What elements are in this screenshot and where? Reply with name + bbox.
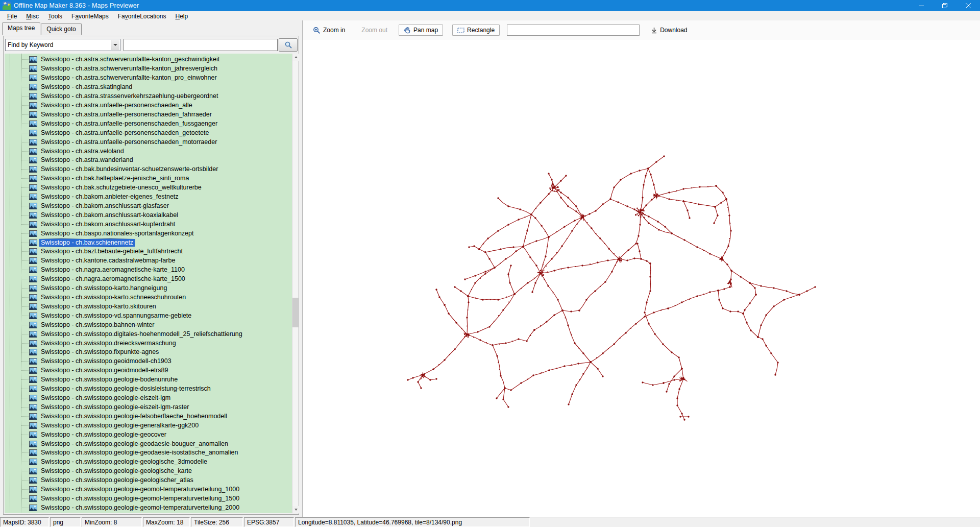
tree-item[interactable]: Swisstopo - ch.astra.unfaelle-personensc… xyxy=(5,110,292,119)
map-layer-icon xyxy=(29,505,37,511)
tree-item[interactable]: Swisstopo - ch.bakom.anbieter-eigenes_fe… xyxy=(5,193,292,202)
tree-item-label: Swisstopo - ch.astra.schwerverunfallte-k… xyxy=(39,56,221,63)
tree-item[interactable]: Swisstopo - ch.swisstopo.geologie-genera… xyxy=(5,421,292,430)
tree-item[interactable]: Swisstopo - ch.bak.halteplaetze-jenische… xyxy=(5,174,292,183)
tree-item[interactable]: Swisstopo - ch.astra.veloland xyxy=(5,147,292,156)
download-label: Download xyxy=(660,27,687,34)
tree-item[interactable]: Swisstopo - ch.swisstopo.geologie-geomol… xyxy=(5,494,292,504)
tab-quick-goto[interactable]: Quick goto xyxy=(41,23,81,35)
close-button[interactable] xyxy=(957,0,980,11)
tree-connector xyxy=(21,215,29,215)
tree-item[interactable]: Swisstopo - ch.swisstopo.geologie-bodenu… xyxy=(5,375,292,385)
tree-connector xyxy=(21,462,29,462)
tree-item[interactable]: Swisstopo - ch.astra.unfaelle-personensc… xyxy=(5,128,292,137)
tree-item[interactable]: Swisstopo - ch.swisstopo.fixpunkte-agnes xyxy=(5,348,292,357)
tree-item[interactable]: Swisstopo - ch.baspo.nationales-sportanl… xyxy=(5,229,292,238)
tree-item[interactable]: Swisstopo - ch.astra.unfaelle-personensc… xyxy=(5,101,292,110)
map-layer-icon xyxy=(29,248,37,255)
tree-item[interactable]: Swisstopo - ch.kantone.cadastralwebmap-f… xyxy=(5,256,292,266)
search-button[interactable] xyxy=(279,38,298,52)
tree-item[interactable]: Swisstopo - ch.swisstopo.geologie-geocov… xyxy=(5,430,292,439)
tree-item[interactable]: Swisstopo - ch.bak.bundesinventar-schuet… xyxy=(5,165,292,174)
tree-item[interactable]: Swisstopo - ch.swisstopo.geologie-geolog… xyxy=(5,458,292,467)
tree-item[interactable]: Swisstopo - ch.bakom.anschlussart-koaxia… xyxy=(5,210,292,220)
tree-item[interactable]: Swisstopo - ch.astra.unfaelle-personensc… xyxy=(5,119,292,128)
download-button[interactable]: Download xyxy=(651,27,687,34)
tree-item-label: Swisstopo - ch.swisstopo-karto.skitouren xyxy=(39,303,158,310)
tree-item[interactable]: Swisstopo - ch.swisstopo-karto.schneesch… xyxy=(5,293,292,302)
tree-item[interactable]: Swisstopo - ch.swisstopo.geologie-geodae… xyxy=(5,439,292,448)
rectangle-button[interactable]: Rectangle xyxy=(452,25,500,36)
restore-button[interactable] xyxy=(933,0,957,11)
tree-item[interactable]: Swisstopo - ch.swisstopo.geologie-geolog… xyxy=(5,467,292,476)
tree-item[interactable]: Swisstopo - ch.swisstopo.geologie-geolog… xyxy=(5,476,292,485)
menu-favoritelocations[interactable]: FavoriteLocations xyxy=(113,12,171,21)
tree-item[interactable]: Swisstopo - ch.swisstopo.geologie-geodae… xyxy=(5,448,292,458)
tree-item[interactable]: Swisstopo - ch.nagra.aeromagnetische-kar… xyxy=(5,266,292,275)
tree-scrollbar[interactable] xyxy=(292,54,299,513)
tree-item[interactable]: Swisstopo - ch.swisstopo.geologie-dosisl… xyxy=(5,385,292,394)
minimize-button[interactable] xyxy=(910,0,933,11)
tree-item[interactable]: Swisstopo - ch.astra.unfaelle-personensc… xyxy=(5,137,292,147)
combo-dropdown-button[interactable] xyxy=(111,40,119,50)
scroll-up-arrow[interactable] xyxy=(292,54,299,61)
zoom-in-button[interactable]: Zoom in xyxy=(313,27,345,34)
menu-file[interactable]: File xyxy=(3,12,21,21)
menu-misc[interactable]: Misc xyxy=(21,12,43,21)
map-layer-icon xyxy=(29,65,37,72)
tree-item[interactable]: Swisstopo - ch.swisstopo.dreiecksvermasc… xyxy=(5,339,292,348)
tree-item[interactable]: Swisstopo - ch.astra.skatingland xyxy=(5,83,292,92)
tree-item[interactable]: Swisstopo - ch.swisstopo.bahnen-winter xyxy=(5,320,292,329)
tab-maps-tree[interactable]: Maps tree xyxy=(2,22,40,35)
tree-item-label: Swisstopo - ch.astra.unfaelle-personensc… xyxy=(39,102,194,109)
tree-item[interactable]: Swisstopo - ch.swisstopo.geoidmodell-etr… xyxy=(5,366,292,375)
tree-item[interactable]: Swisstopo - ch.bak.schutzgebiete-unesco_… xyxy=(5,183,292,193)
menu-favoritemaps[interactable]: FavoriteMaps xyxy=(67,12,113,21)
tree-item[interactable]: Swisstopo - ch.swisstopo.geologie-eiszei… xyxy=(5,394,292,403)
map-canvas[interactable] xyxy=(303,40,980,517)
scrollbar-thumb[interactable] xyxy=(292,298,299,327)
tree-item[interactable]: Swisstopo - ch.astra.schwerverunfallte-k… xyxy=(5,64,292,74)
toolbar-input[interactable] xyxy=(507,25,640,36)
tree-item-label: Swisstopo - ch.bazl.bebaute-gebiete_luft… xyxy=(39,248,184,255)
find-mode-select[interactable]: Find by Keyword xyxy=(5,39,120,51)
tree-item[interactable]: Swisstopo - ch.swisstopo.digitales-hoehe… xyxy=(5,329,292,339)
tree-item[interactable]: Swisstopo - ch.astra.schwerverunfallte-k… xyxy=(5,55,292,64)
scroll-down-arrow[interactable] xyxy=(292,506,299,513)
map-layer-icon xyxy=(29,212,37,219)
tree-item[interactable]: Swisstopo - ch.astra.wanderland xyxy=(5,156,292,165)
map-layer-icon xyxy=(29,267,37,273)
tree-item[interactable]: Swisstopo - ch.bazl.bebaute-gebiete_luft… xyxy=(5,247,292,256)
tree-item[interactable]: Swisstopo - ch.swisstopo.geologie-geomol… xyxy=(5,485,292,494)
tree-item[interactable]: Swisstopo - ch.swisstopo.geologie-geomol… xyxy=(5,503,292,512)
menu-help[interactable]: Help xyxy=(171,12,193,21)
tree-item[interactable]: Swisstopo - ch.swisstopo-karto.hangneigu… xyxy=(5,284,292,293)
tree-item[interactable]: Swisstopo - ch.swisstopo.geologie-eiszei… xyxy=(5,402,292,412)
map-layer-icon xyxy=(29,221,37,228)
tree-item-selected[interactable]: Swisstopo - ch.bav.schienennetz xyxy=(5,238,292,247)
map-layer-icon xyxy=(29,157,37,163)
pan-map-button[interactable]: Pan map xyxy=(399,25,443,36)
menu-tools[interactable]: Tools xyxy=(43,12,67,21)
tree-item[interactable]: Swisstopo - ch.astra.strassenverkehrszae… xyxy=(5,92,292,101)
tree-item[interactable]: Swisstopo - ch.swisstopo.geologie-felsob… xyxy=(5,412,292,421)
tree-connector xyxy=(21,489,29,490)
keyword-input[interactable] xyxy=(124,39,278,51)
rectangle-label: Rectangle xyxy=(467,27,495,34)
zoom-out-button[interactable]: Zoom out xyxy=(361,27,387,34)
map-layer-icon xyxy=(29,166,37,173)
tree-item[interactable]: Swisstopo - ch.swisstopo-vd.spannungsarm… xyxy=(5,311,292,320)
tree-item-label: Swisstopo - ch.astra.unfaelle-personensc… xyxy=(39,120,219,128)
tree-item[interactable]: Swisstopo - ch.bakom.anschlussart-kupfer… xyxy=(5,220,292,229)
tree-item[interactable]: Swisstopo - ch.swisstopo.geoidmodell-ch1… xyxy=(5,357,292,366)
railway-network-map[interactable] xyxy=(404,149,822,435)
map-layer-icon xyxy=(29,459,37,465)
tree-item[interactable]: Swisstopo - ch.bakom.anschlussart-glasfa… xyxy=(5,202,292,211)
tree-item[interactable]: Swisstopo - ch.nagra.aeromagnetische-kar… xyxy=(5,275,292,284)
tree-item[interactable]: Swisstopo - ch.astra.schwerverunfallte-k… xyxy=(5,74,292,83)
tree-connector xyxy=(21,316,29,316)
status-min-zoom: MinZoom: 8 xyxy=(82,517,142,527)
tree-connector xyxy=(21,435,29,435)
zoom-out-label: Zoom out xyxy=(361,27,387,34)
tree-item[interactable]: Swisstopo - ch.swisstopo-karto.skitouren xyxy=(5,302,292,311)
